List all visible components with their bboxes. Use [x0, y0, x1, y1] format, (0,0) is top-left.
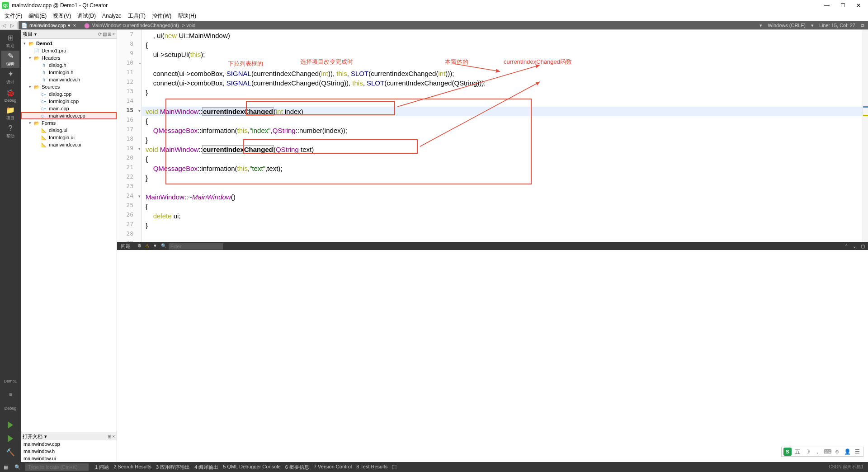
- fold-icon[interactable]: ▪: [139, 61, 141, 66]
- tree-forms-folder[interactable]: ▾📂Forms: [21, 119, 117, 127]
- split-icon[interactable]: ⊞: [108, 434, 111, 439]
- tree-file[interactable]: c+formlogin.cpp: [21, 98, 117, 105]
- menu-tools[interactable]: 工具(T): [125, 11, 148, 21]
- dropdown-icon[interactable]: ▾: [44, 434, 47, 439]
- tree-file-current[interactable]: c+mainwindow.cpp: [21, 112, 117, 119]
- dropdown-icon[interactable]: ▾: [760, 23, 762, 28]
- close-panel-icon[interactable]: ×: [112, 434, 115, 439]
- sogou-icon[interactable]: S: [783, 448, 792, 456]
- filter-input[interactable]: [169, 243, 223, 250]
- maximize-button[interactable]: ☐: [840, 2, 845, 9]
- tree-headers-folder[interactable]: ▾📂Headers: [21, 54, 117, 61]
- search-icon[interactable]: 🔍: [160, 243, 168, 250]
- cpp-file-icon: c+: [41, 98, 47, 104]
- ime-moon-icon[interactable]: ☽: [803, 448, 811, 456]
- code-content[interactable]: , ui(new Ui::MainWindow) { ui->setupUI(t…: [142, 30, 868, 242]
- menu-view[interactable]: 视图(V): [50, 11, 74, 21]
- mode-welcome[interactable]: ⊞欢迎: [1, 33, 19, 50]
- tree-file[interactable]: c+main.cpp: [21, 105, 117, 112]
- split-button[interactable]: ⧉: [861, 23, 864, 28]
- status-tab-tests[interactable]: 8 Test Results: [354, 464, 389, 471]
- tree-sources-folder[interactable]: ▾📂Sources: [21, 83, 117, 90]
- ui-file-icon: 📐: [41, 127, 47, 133]
- mode-debug[interactable]: 🐞Debug: [1, 87, 19, 104]
- tree-file[interactable]: hmainwindow.h: [21, 76, 117, 83]
- fold-icon[interactable]: ▾: [138, 194, 141, 198]
- line-gutter[interactable]: 7 8 9 10▪ 11 12 13 14 15▾ 16 17 18 19▾ 2…: [117, 30, 142, 242]
- collapse-icon[interactable]: ⌃: [843, 244, 849, 249]
- locator-input[interactable]: [25, 463, 89, 471]
- debug-run-button[interactable]: [4, 433, 17, 444]
- tree-pro-file[interactable]: 📄Demo1.pro: [21, 47, 117, 54]
- editor-tab[interactable]: 📄 mainwindow.cpp ▾ ×: [19, 21, 80, 29]
- dropdown-icon[interactable]: ▾: [34, 32, 37, 37]
- mode-design[interactable]: ✦设计: [1, 69, 19, 86]
- output-pane-body[interactable]: [117, 250, 868, 462]
- status-tab-search[interactable]: 2 Search Results: [112, 464, 153, 471]
- warning-icon[interactable]: ⚠: [144, 243, 151, 250]
- tree-file[interactable]: c+dialog.cpp: [21, 90, 117, 98]
- menu-widgets[interactable]: 控件(W): [149, 11, 174, 21]
- project-tree[interactable]: ▾📂Demo1 📄Demo1.pro ▾📂Headers hdialog.h h…: [21, 39, 117, 432]
- menu-help[interactable]: 帮助(H): [175, 11, 199, 21]
- mode-help[interactable]: ?帮助: [1, 123, 19, 140]
- run-button[interactable]: [4, 420, 17, 430]
- menu-analyze[interactable]: Analyze: [99, 12, 124, 20]
- fold-icon[interactable]: ▾: [138, 146, 141, 151]
- ime-menu-icon[interactable]: ☰: [853, 448, 861, 456]
- split-icon[interactable]: ⊞: [108, 32, 111, 37]
- ime-softkb-icon[interactable]: ⌨: [823, 448, 831, 456]
- tab-dropdown-icon[interactable]: ▾: [68, 23, 71, 28]
- kit-selector[interactable]: Demo1 🖥 Debug: [1, 374, 19, 415]
- menu-file[interactable]: 文件(F): [2, 11, 25, 21]
- editor-toolbar: ◁ ▷ 📄 mainwindow.cpp ▾ × ⬤ MainWindow::c…: [0, 21, 868, 30]
- ime-user-icon[interactable]: 👤: [843, 448, 851, 456]
- opendoc-item[interactable]: mainwindow.cpp: [21, 440, 117, 448]
- ime-punct-icon[interactable]: ，: [813, 448, 821, 456]
- status-tab-compile[interactable]: 4 编译输出: [193, 464, 220, 471]
- build-button[interactable]: 🔨: [4, 447, 17, 458]
- opendoc-item[interactable]: mainwindow.ui: [21, 455, 117, 462]
- minimize-button[interactable]: —: [824, 2, 830, 9]
- settings-icon[interactable]: ⚙: [136, 243, 143, 250]
- status-tab-vcs[interactable]: 7 Version Control: [312, 464, 354, 471]
- sync-icon[interactable]: ⟳: [98, 32, 102, 37]
- tree-file[interactable]: hformlogin.h: [21, 69, 117, 76]
- close-panel-icon[interactable]: ×: [112, 32, 115, 37]
- fold-icon[interactable]: ▾: [138, 109, 141, 113]
- mode-edit[interactable]: ✎编辑: [1, 51, 19, 68]
- expand-icon[interactable]: ⌄: [851, 244, 858, 249]
- tab-close-button[interactable]: ×: [72, 23, 77, 28]
- cursor-position[interactable]: Line: 15, Col: 27: [819, 23, 855, 28]
- status-tab-qml[interactable]: 5 QML Debugger Console: [221, 464, 282, 471]
- filter-icon[interactable]: ▤: [103, 32, 107, 37]
- ime-mode[interactable]: 五: [793, 448, 802, 456]
- toggle-sidebar-button[interactable]: ▦: [2, 464, 10, 470]
- close-output-icon[interactable]: ⬚: [390, 464, 398, 471]
- status-tab-appout[interactable]: 3 应用程序输出: [154, 464, 192, 471]
- forward-button[interactable]: ▷: [8, 21, 16, 29]
- opendoc-item[interactable]: mainwindow.h: [21, 448, 117, 455]
- ui-file-icon: 📐: [41, 142, 47, 148]
- status-tab-general[interactable]: 6 概要信息: [283, 464, 311, 471]
- tree-file[interactable]: 📐dialog.ui: [21, 127, 117, 134]
- close-pane-icon[interactable]: ▢: [859, 244, 866, 249]
- tree-file[interactable]: 📐mainwindow.ui: [21, 141, 117, 148]
- ime-toolbar[interactable]: S 五 ☽ ， ⌨ ☺ 👤 ☰: [781, 447, 863, 457]
- filter-toggle-icon[interactable]: ▼: [151, 243, 159, 250]
- close-button[interactable]: ✕: [856, 2, 861, 9]
- dropdown-icon[interactable]: ▾: [811, 23, 814, 28]
- ime-smile-icon[interactable]: ☺: [833, 448, 841, 456]
- tree-file[interactable]: 📐formlogin.ui: [21, 134, 117, 141]
- tree-project-root[interactable]: ▾📂Demo1: [21, 40, 117, 47]
- menu-edit[interactable]: 编辑(E): [26, 11, 49, 21]
- tree-file[interactable]: hdialog.h: [21, 61, 117, 69]
- build-mode: Debug: [1, 401, 19, 415]
- scroll-indicator[interactable]: [863, 30, 868, 242]
- mode-projects[interactable]: 📁项目: [1, 105, 19, 122]
- menu-debug[interactable]: 调试(D): [75, 11, 99, 21]
- status-tab-problems[interactable]: 1 问题: [93, 464, 111, 471]
- back-button[interactable]: ◁: [0, 21, 8, 29]
- symbol-breadcrumb[interactable]: ⬤ MainWindow::currentIndexChanged(int) -…: [80, 21, 756, 29]
- line-ending[interactable]: Windows (CRLF): [768, 23, 806, 28]
